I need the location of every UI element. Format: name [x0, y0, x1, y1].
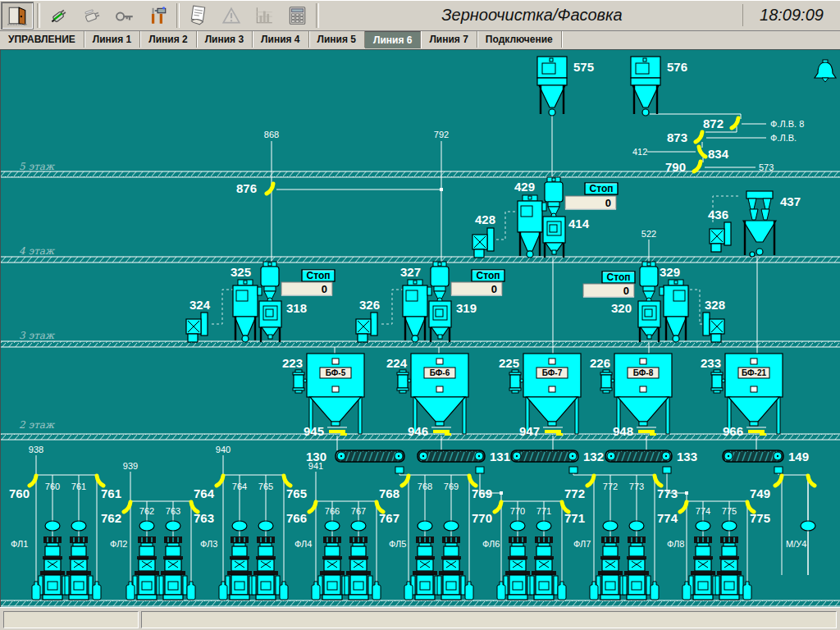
report-button[interactable] [183, 2, 214, 29]
packing-machine[interactable] [437, 536, 465, 600]
bunker-БФ-6[interactable]: 224БФ-6946 [386, 354, 468, 438]
packing-machine[interactable] [133, 536, 161, 600]
line-valve[interactable] [587, 476, 594, 486]
packing-machine[interactable] [623, 536, 651, 600]
cyclone-576[interactable]: 576 [631, 57, 687, 116]
flow-valve[interactable] [696, 521, 710, 531]
fan-328[interactable]: 328 [703, 298, 725, 342]
warning-button[interactable] [216, 2, 247, 29]
flow-valve[interactable] [71, 521, 86, 531]
elevator-head[interactable] [545, 177, 563, 218]
line-valve[interactable] [217, 476, 223, 486]
elevator-head[interactable] [431, 262, 449, 303]
tab-линия-7[interactable]: Линия 7 [421, 31, 477, 48]
packing-machine[interactable] [39, 536, 66, 600]
flow-valve[interactable] [418, 521, 432, 531]
packing-machine[interactable] [345, 536, 372, 600]
weigher-319[interactable]: 319 [429, 301, 477, 342]
conveyor-133[interactable]: 133 [605, 450, 697, 463]
bunker-БФ-7[interactable]: 225БФ-7947 [499, 354, 581, 438]
tab-управление[interactable]: УПРАВЛЕНИЕ [0, 31, 84, 48]
line-valve[interactable] [97, 476, 103, 486]
flow-valve[interactable] [722, 521, 737, 531]
value-box[interactable]: 0 [451, 282, 502, 295]
line-valve[interactable] [309, 502, 316, 512]
cyclone-329[interactable]: 329 [660, 265, 688, 342]
multicyclone-437[interactable]: 437 [743, 191, 801, 257]
packing-machine[interactable] [411, 536, 439, 600]
elevator-head[interactable] [640, 262, 658, 303]
flow-valve[interactable] [351, 521, 366, 531]
value-box[interactable]: 0 [565, 196, 616, 209]
key-button[interactable] [109, 2, 140, 29]
tab-линия-2[interactable]: Линия 2 [140, 31, 196, 48]
cyclone-325[interactable]: 325 [231, 265, 262, 342]
conveyor-131[interactable]: 131 [418, 450, 510, 463]
cyclone-327[interactable]: 327 [400, 265, 431, 342]
packing-machine[interactable] [65, 536, 93, 600]
line-valve[interactable] [775, 476, 782, 486]
alarm-bell-icon[interactable] [815, 60, 836, 82]
weigher-318[interactable]: 318 [259, 301, 307, 342]
line-valve[interactable] [469, 476, 476, 486]
line-valve[interactable] [655, 476, 661, 486]
flow-valve[interactable] [232, 521, 247, 531]
diverter-valve[interactable] [694, 162, 701, 171]
packing-machine[interactable] [252, 536, 280, 600]
line-valve[interactable] [284, 476, 290, 486]
calculator-button[interactable] [281, 2, 313, 29]
diverter-valve[interactable] [696, 132, 702, 142]
fan-326[interactable]: 326 [356, 298, 380, 342]
tab-линия-1[interactable]: Линия 1 [84, 31, 140, 48]
flow-valve[interactable] [139, 521, 154, 531]
flow-valve[interactable] [258, 521, 273, 531]
conveyor-149[interactable]: 149 [723, 450, 809, 463]
flow-valve[interactable] [325, 521, 340, 531]
flow-valve[interactable] [45, 521, 60, 531]
tab-линия-5[interactable]: Линия 5 [309, 31, 365, 48]
packing-machine[interactable] [596, 536, 624, 600]
flow-valve[interactable] [444, 521, 459, 531]
cyclone-575[interactable]: 575 [537, 57, 594, 116]
fan-324[interactable]: 324 [186, 298, 211, 342]
line-valve[interactable] [30, 476, 36, 486]
flow-valve[interactable] [801, 521, 815, 531]
packing-machine[interactable] [715, 536, 743, 600]
line-valve[interactable] [680, 502, 687, 512]
plug-connect-button[interactable] [43, 2, 75, 29]
value-box[interactable]: 0 [281, 282, 332, 295]
conveyor-132[interactable]: 132 [511, 450, 604, 463]
plug-disconnect-button[interactable] [76, 2, 107, 29]
stop-button[interactable]: Стоп [602, 272, 635, 283]
bunker-БФ-21[interactable]: 233БФ-21966 [701, 354, 783, 438]
value-box[interactable]: 0 [583, 284, 634, 297]
packing-machine[interactable] [318, 536, 346, 600]
packing-machine[interactable] [226, 536, 253, 600]
elevator-head[interactable] [261, 262, 279, 303]
flow-valve[interactable] [166, 521, 180, 531]
tab-линия-3[interactable]: Линия 3 [197, 31, 253, 48]
line-valve[interactable] [124, 502, 130, 512]
fan-436[interactable]: 436 [708, 208, 731, 252]
flow-valve[interactable] [510, 521, 525, 531]
flow-valve[interactable] [603, 521, 618, 531]
chart-button[interactable] [249, 2, 280, 29]
exit-door-button[interactable] [1, 2, 34, 30]
diverter-valve[interactable] [267, 184, 273, 194]
line-valve[interactable] [495, 502, 501, 512]
stop-button[interactable]: Стоп [302, 270, 335, 281]
bunker-БФ-5[interactable]: 223БФ-5945 [282, 354, 364, 438]
tools-button[interactable] [142, 2, 173, 29]
tab-линия-6[interactable]: Линия 6 [365, 31, 421, 48]
packing-machine[interactable] [689, 536, 717, 600]
stop-button[interactable]: Стоп [472, 270, 504, 281]
weigher-414[interactable]: 414 [543, 217, 590, 258]
bunker-БФ-8[interactable]: 226БФ-8948 [590, 354, 672, 438]
stop-button[interactable]: Стоп [585, 183, 618, 194]
cyclone-429[interactable]: 429 [514, 180, 546, 258]
packing-machine[interactable] [159, 536, 187, 600]
fan-428[interactable]: 428 [472, 212, 495, 258]
line-valve[interactable] [402, 476, 409, 486]
tab-линия-4[interactable]: Линия 4 [253, 31, 308, 48]
diverter-valve[interactable] [732, 118, 738, 128]
